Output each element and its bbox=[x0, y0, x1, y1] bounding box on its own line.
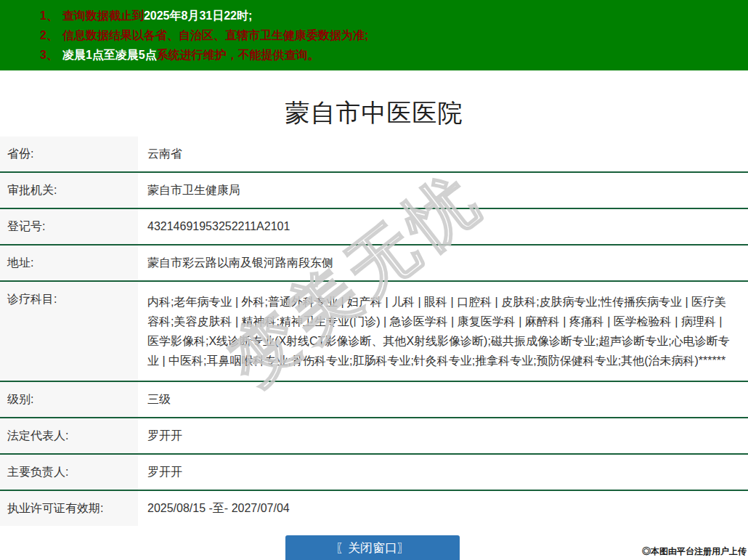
notice-text-highlight: 2025年8月31日22时; bbox=[144, 9, 252, 22]
notice-text: 查询数据截止到 bbox=[62, 9, 144, 22]
table-row-registration-number: 登记号: 43214691953252211A2101 bbox=[0, 209, 748, 245]
table-row-medical-subjects: 诊疗科目: 内科;老年病专业 | 外科;普通外科专业 | 妇产科 | 儿科 | … bbox=[0, 282, 748, 382]
row-value: 云南省 bbox=[138, 137, 748, 171]
row-label: 诊疗科目: bbox=[0, 282, 138, 381]
notice-number: 1、 bbox=[40, 9, 58, 22]
notice-number: 3、 bbox=[40, 49, 58, 61]
row-value: 蒙自市彩云路以南及银河路南段东侧 bbox=[138, 245, 748, 280]
table-row-province: 省份: 云南省 bbox=[0, 137, 748, 173]
table-row-level: 级别: 三级 bbox=[0, 382, 748, 418]
row-value: 三级 bbox=[138, 382, 748, 417]
notice-text-highlight: 凌晨1点至凌晨5点 bbox=[62, 49, 157, 61]
close-window-button[interactable]: 〖关闭窗口〗 bbox=[285, 535, 460, 560]
hospital-info-table: 省份: 云南省 审批机关: 蒙自市卫生健康局 登记号: 432146919532… bbox=[0, 137, 748, 526]
row-value: 内科;老年病专业 | 外科;普通外科专业 | 妇产科 | 儿科 | 眼科 | 口… bbox=[138, 282, 748, 381]
table-row-legal-representative: 法定代表人: 罗开开 bbox=[0, 418, 748, 455]
notice-number: 2、 bbox=[40, 29, 58, 41]
table-row-approval-authority: 审批机关: 蒙自市卫生健康局 bbox=[0, 173, 748, 209]
row-value: 罗开开 bbox=[138, 418, 748, 453]
notice-line-1: 1、查询数据截止到2025年8月31日22时; bbox=[40, 6, 741, 25]
row-label: 省份: bbox=[0, 137, 138, 171]
notice-text: 信息数据结果以各省、自治区、直辖市卫生健康委数据为准; bbox=[62, 29, 368, 41]
table-row-principal: 主要负责人: 罗开开 bbox=[0, 455, 748, 491]
notice-text: 系统进行维护，不能提供查询。 bbox=[157, 49, 320, 61]
row-value: 43214691953252211A2101 bbox=[138, 209, 748, 244]
table-row-license-validity: 执业许可证有效期: 2025/08/15 -至- 2027/07/04 bbox=[0, 491, 748, 526]
row-label: 审批机关: bbox=[0, 173, 138, 208]
notice-line-2: 2、信息数据结果以各省、自治区、直辖市卫生健康委数据为准; bbox=[40, 25, 741, 45]
upload-credit: ◎本图由平台注册用户上传 bbox=[642, 545, 747, 558]
row-label: 级别: bbox=[0, 382, 138, 417]
table-row-address: 地址: 蒙自市彩云路以南及银河路南段东侧 bbox=[0, 245, 748, 282]
row-label: 登记号: bbox=[0, 209, 138, 244]
notice-line-3: 3、凌晨1点至凌晨5点系统进行维护，不能提供查询。 bbox=[40, 45, 741, 65]
row-value: 2025/08/15 -至- 2027/07/04 bbox=[138, 491, 748, 526]
row-value: 罗开开 bbox=[138, 455, 748, 490]
row-label: 地址: bbox=[0, 245, 138, 280]
row-label: 法定代表人: bbox=[0, 418, 138, 453]
row-label: 主要负责人: bbox=[0, 455, 138, 490]
page-title: 蒙自市中医医院 bbox=[0, 98, 748, 127]
notice-banner: 1、查询数据截止到2025年8月31日22时; 2、信息数据结果以各省、自治区、… bbox=[0, 0, 748, 70]
row-label: 执业许可证有效期: bbox=[0, 491, 138, 526]
row-value: 蒙自市卫生健康局 bbox=[138, 173, 748, 208]
